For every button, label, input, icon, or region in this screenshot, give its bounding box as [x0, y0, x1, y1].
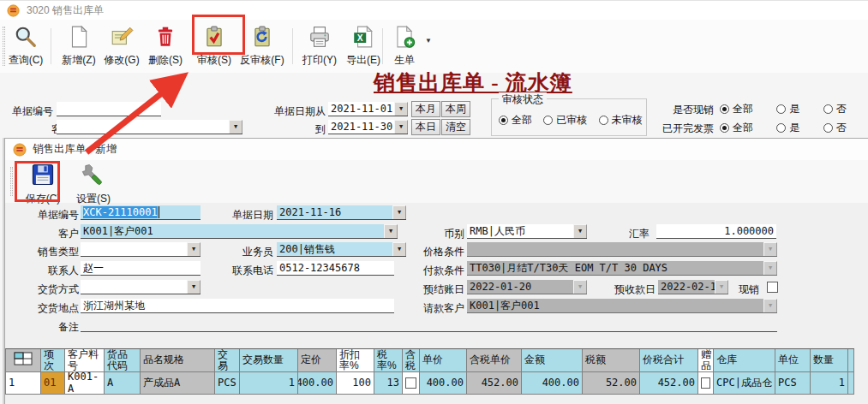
contact-phone-field[interactable]: 0512-12345678: [277, 261, 394, 276]
cash-sale-checkbox[interactable]: [767, 282, 778, 293]
unaudit-button[interactable]: 反审核(F): [235, 25, 290, 69]
chevron-down-icon[interactable]: ▼: [394, 120, 408, 134]
table-header-cell[interactable]: 交易: [215, 349, 240, 372]
table-header-cell[interactable]: 数量: [811, 349, 848, 372]
table-cell[interactable]: 452.00: [467, 372, 522, 395]
customer-filter-combo[interactable]: ▼: [57, 120, 242, 134]
table-cell[interactable]: A: [105, 372, 141, 395]
table-header-cell[interactable]: 税率%: [374, 349, 403, 372]
save-button[interactable]: 保存(C): [20, 162, 66, 206]
table-header-cell[interactable]: 交易数量: [240, 349, 298, 372]
query-button[interactable]: 查询(C): [2, 25, 50, 69]
table-header-cell[interactable]: 单价: [420, 349, 467, 372]
today-button[interactable]: 本日: [411, 119, 440, 135]
remark-label: 备注: [29, 320, 79, 335]
table-cell[interactable]: 1: [811, 372, 848, 395]
radio-invoiced-yes[interactable]: 是: [776, 121, 799, 135]
this-month-button[interactable]: 本月: [411, 101, 440, 117]
table-cell[interactable]: 01: [41, 372, 65, 395]
chevron-down-icon[interactable]: ▼: [229, 120, 242, 134]
radio-unaudited[interactable]: 未审核: [599, 113, 643, 128]
table-cell[interactable]: 452.00: [640, 372, 698, 395]
exchange-rate-field[interactable]: 1.000000: [656, 224, 776, 239]
salesman-field[interactable]: 200|销售钱▼: [277, 242, 406, 257]
checkbox[interactable]: [701, 377, 710, 389]
radio-audit-all[interactable]: 全部: [499, 113, 532, 128]
chevron-down-icon[interactable]: ▼: [394, 102, 408, 116]
doc-no-filter-input[interactable]: [57, 102, 161, 116]
chevron-down-icon[interactable]: ▼: [573, 224, 587, 239]
delivery-method-combo[interactable]: ▼: [81, 280, 201, 294]
print-button[interactable]: 打印(Y): [296, 25, 344, 69]
sale-type-combo[interactable]: ▼: [81, 242, 201, 257]
table-header-cell[interactable]: 定价: [298, 349, 337, 372]
table-cell[interactable]: 400.00: [298, 372, 337, 395]
chevron-down-icon[interactable]: ▼: [392, 205, 406, 220]
export-button[interactable]: X导出(E): [339, 25, 387, 69]
add-button[interactable]: 新增(Z): [55, 25, 103, 69]
table-cell[interactable]: 52.00: [583, 372, 640, 395]
doc-no-field[interactable]: XCK-21110001: [81, 205, 201, 220]
table-header-cell[interactable]: 含税: [403, 349, 420, 372]
customer-field[interactable]: K001|客户001▼: [81, 224, 398, 239]
table-cell[interactable]: CPC|成品仓: [714, 372, 775, 395]
table-header-cell[interactable]: 项次: [41, 349, 65, 372]
toolbar-gripper[interactable]: [10, 167, 13, 196]
table-cell-checkbox[interactable]: [698, 372, 714, 395]
generate-dropdown-caret-icon[interactable]: ▼: [425, 37, 432, 45]
table-header-cell[interactable]: 仓库: [714, 349, 775, 372]
chevron-down-icon[interactable]: ▼: [384, 224, 398, 239]
contact-field[interactable]: 赵一: [81, 261, 201, 276]
add-button-label: 新增(Z): [62, 53, 95, 68]
dialog-toolbar: 保存(C) 设置(S): [5, 160, 868, 203]
table-header-cell[interactable]: 价税合计: [640, 349, 698, 372]
table-cell[interactable]: [848, 372, 854, 395]
audit-button[interactable]: 审核(S): [190, 25, 238, 69]
table-cell[interactable]: 100: [337, 372, 374, 395]
chevron-down-icon[interactable]: ▼: [392, 242, 406, 257]
table-cell[interactable]: 1: [240, 372, 298, 395]
table-header-corner[interactable]: [6, 349, 41, 372]
radio-invoiced-all[interactable]: 全部: [720, 121, 753, 135]
dialog-title: 销售出库单 - 新增: [33, 142, 117, 157]
this-week-button[interactable]: 本周: [441, 101, 470, 117]
radio-cashsale-all[interactable]: 全部: [720, 102, 753, 116]
radio-cashsale-no[interactable]: 否: [823, 102, 847, 116]
delete-button[interactable]: 删除(S): [141, 25, 189, 69]
checkbox[interactable]: [405, 377, 416, 389]
table-cell[interactable]: PCS: [775, 372, 811, 395]
chevron-down-icon[interactable]: ▼: [187, 242, 201, 257]
table-header-cell[interactable]: 品名规格: [141, 349, 215, 372]
settings-button[interactable]: 设置(S): [70, 162, 117, 206]
table-cell[interactable]: PCS: [215, 372, 240, 395]
delivery-place-field[interactable]: 浙江湖州某地: [81, 299, 394, 313]
radio-audited[interactable]: 已审核: [543, 113, 587, 128]
table-cell[interactable]: 1: [6, 372, 41, 395]
table-header-cell[interactable]: 客户料号: [65, 349, 105, 372]
date-from-input[interactable]: 2021-11-01▼: [328, 102, 408, 116]
table-cell[interactable]: K001-A: [65, 372, 105, 395]
table-header-cell[interactable]: 折扣率%: [337, 349, 374, 372]
table-header-cell[interactable]: 含税单价: [467, 349, 522, 372]
table-cell-checkbox[interactable]: [403, 372, 420, 395]
table-cell[interactable]: 产成品A: [141, 372, 215, 395]
chevron-down-icon[interactable]: ▼: [187, 280, 201, 294]
table-header-cell[interactable]: 单位: [775, 349, 811, 372]
table-header-cell[interactable]: 税额: [583, 349, 640, 372]
table-header-corner[interactable]: [848, 349, 854, 372]
table-header-cell[interactable]: 赠品: [698, 349, 714, 372]
date-to-input[interactable]: 2021-11-30▼: [328, 120, 408, 134]
table-cell[interactable]: 13: [374, 372, 403, 395]
radio-invoiced-no[interactable]: 否: [823, 121, 847, 135]
table-header-cell[interactable]: 货品代码: [105, 349, 141, 372]
doc-date-field[interactable]: 2021-11-16▼: [277, 205, 406, 220]
radio-cashsale-yes[interactable]: 是: [776, 102, 799, 116]
clear-button[interactable]: 清空: [441, 119, 470, 135]
table-cell[interactable]: 400.00: [420, 372, 467, 395]
currency-field[interactable]: RMB|人民币▼: [467, 224, 587, 239]
table-header-cell[interactable]: 金额: [522, 349, 583, 372]
table-cell[interactable]: 400.00: [522, 372, 583, 395]
remark-field[interactable]: [81, 318, 777, 332]
generate-button[interactable]: 生单▼: [386, 25, 423, 69]
modify-button[interactable]: 修改(G): [98, 25, 146, 69]
